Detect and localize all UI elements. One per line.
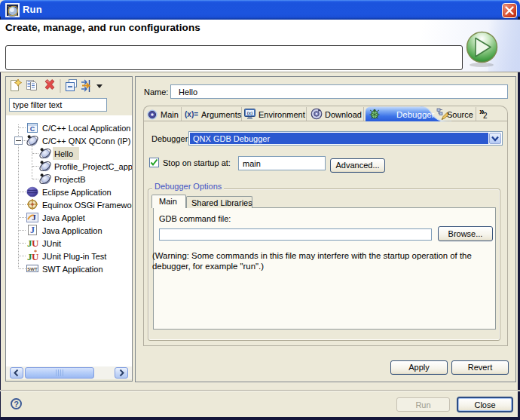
svg-text:(x): (x)	[247, 111, 252, 115]
svg-text:SWT: SWT	[27, 267, 38, 271]
svg-text:J: J	[30, 225, 35, 235]
svg-text:U: U	[32, 238, 38, 249]
svg-text:J: J	[32, 213, 36, 222]
svg-text:C: C	[30, 125, 35, 133]
svg-text:U: U	[32, 251, 38, 262]
